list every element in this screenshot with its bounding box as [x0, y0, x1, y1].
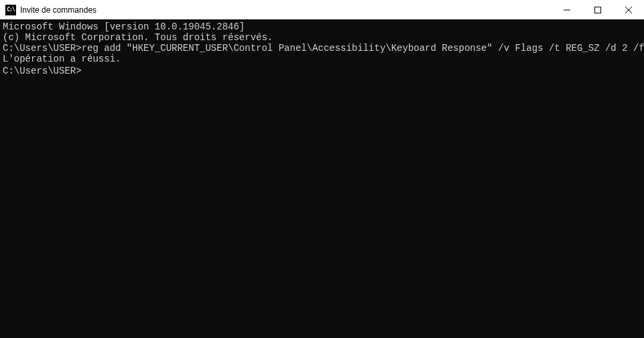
prompt: C:\Users\USER> — [3, 66, 82, 76]
terminal-line: Microsoft Windows [version 10.0.19045.28… — [3, 21, 641, 32]
close-button[interactable] — [613, 0, 644, 19]
prompt: C:\Users\USER> — [3, 43, 82, 54]
window-controls — [552, 0, 644, 19]
cmd-icon: C:\ — [5, 5, 16, 15]
command-text: reg add "HKEY_CURRENT_USER\Control Panel… — [82, 43, 644, 54]
terminal-area[interactable]: Microsoft Windows [version 10.0.19045.28… — [0, 20, 644, 338]
terminal-command-line: C:\Users\USER>reg add "HKEY_CURRENT_USER… — [3, 43, 641, 54]
close-icon — [625, 7, 632, 13]
terminal-prompt-line: C:\Users\USER> — [3, 64, 641, 76]
minimize-button[interactable] — [552, 0, 582, 19]
window-title: Invite de commandes — [20, 5, 552, 15]
terminal-line: (c) Microsoft Corporation. Tous droits r… — [3, 32, 641, 43]
svg-rect-1 — [595, 7, 601, 13]
maximize-icon — [594, 7, 601, 13]
terminal-output: L'opération a réussi. — [3, 54, 641, 64]
titlebar: C:\ Invite de commandes — [0, 0, 644, 20]
maximize-button[interactable] — [582, 0, 613, 19]
minimize-icon — [564, 7, 570, 13]
cursor — [82, 64, 87, 74]
